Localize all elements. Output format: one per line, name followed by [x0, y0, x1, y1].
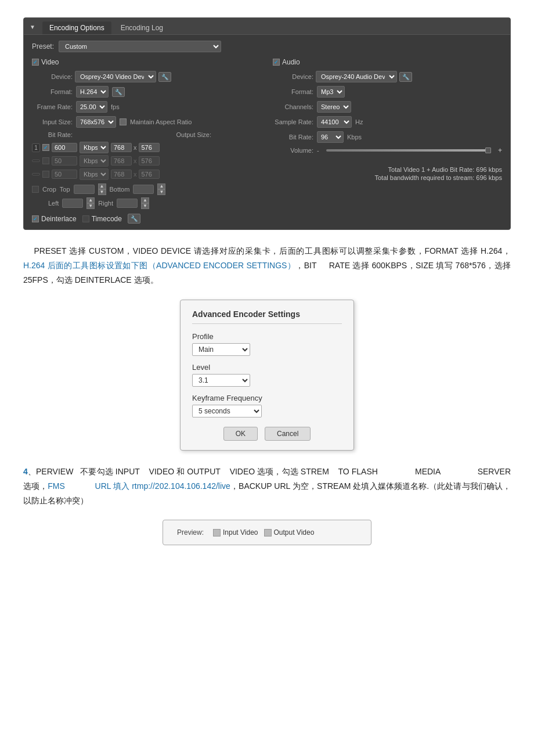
audio-bit-rate-label: Bit Rate: [273, 134, 313, 141]
crop-checkbox[interactable] [32, 186, 39, 193]
preset-row: Preset: Custom [32, 41, 502, 52]
crop-bottom-spinner[interactable]: ▲ ▼ [157, 183, 165, 195]
crop-row: Crop Top ▲ ▼ Bottom ▲ ▼ [32, 183, 261, 195]
video-device-select[interactable]: Osprey-240 Video Device 1 [75, 71, 156, 82]
input-size-select[interactable]: 768x576 [76, 116, 116, 128]
video-format-select[interactable]: H.264 [76, 86, 109, 98]
audio-checkbox[interactable]: ✓ [273, 59, 280, 66]
timecode-checkbox[interactable] [82, 215, 89, 222]
audio-channels-select[interactable]: Stereo [317, 101, 351, 113]
volume-slider-thumb[interactable] [485, 147, 491, 153]
tab-encoding-options[interactable]: Encoding Options [42, 21, 111, 34]
step4-number: 4 [23, 467, 28, 476]
video-title: Video [41, 58, 59, 66]
maintain-aspect-checkbox[interactable] [120, 118, 127, 125]
crop-right-spinner[interactable]: ▲ ▼ [141, 197, 149, 209]
crop-bottom-down[interactable]: ▼ [157, 189, 165, 195]
bitrate-rows: 1 ✓ Kbps x [32, 142, 261, 180]
audio-sample-rate-row: Sample Rate: 44100 Hz [273, 116, 502, 128]
tab-encoding-log[interactable]: Encoding Log [114, 21, 170, 34]
bitrate-val-2 [52, 156, 77, 165]
crop-left-label: Left [48, 200, 59, 207]
crop-top-up[interactable]: ▲ [98, 183, 106, 189]
input-video-option[interactable]: Input Video [213, 528, 258, 537]
output-w-1[interactable] [111, 143, 132, 152]
input-size-row: Input Size: 768x576 Maintain Aspect Rati… [32, 116, 261, 128]
output-h-1[interactable] [139, 143, 160, 152]
total-info-line2: Total bandwidth required to stream: 696 … [273, 174, 502, 181]
crop-left-input[interactable] [62, 199, 83, 208]
input-video-label: Input Video [223, 528, 258, 537]
level-label: Level [192, 363, 342, 372]
crop-left-spinner[interactable]: ▲ ▼ [86, 197, 95, 209]
audio-device-tool-icon[interactable]: 🔧 [399, 72, 412, 82]
audio-header: ✓ Audio [273, 58, 502, 66]
crop-top-spinner[interactable]: ▲ ▼ [98, 183, 106, 195]
ok-button[interactable]: OK [223, 427, 258, 441]
crop-bottom-input[interactable] [133, 185, 154, 194]
crop-right-up[interactable]: ▲ [141, 197, 149, 203]
bitrate-check-1[interactable]: ✓ [42, 144, 49, 151]
input-video-checkbox[interactable] [213, 529, 221, 537]
preset-select[interactable]: Custom [59, 41, 221, 52]
deinterlace-checkbox[interactable]: ✓ [32, 215, 39, 222]
audio-checkbox-label[interactable]: ✓ Audio [273, 58, 300, 66]
audio-device-select[interactable]: Osprey-240 Audio Device 1 [316, 71, 397, 82]
total-info-line1: Total Video 1 + Audio Bit Rate: 696 kbps [273, 166, 502, 173]
video-checkbox-label[interactable]: ✓ Video [32, 58, 59, 66]
output-video-checkbox[interactable] [264, 529, 272, 537]
bitrate-val-1[interactable] [52, 143, 77, 152]
cancel-button[interactable]: Cancel [265, 427, 311, 441]
crop-left-up[interactable]: ▲ [86, 197, 95, 203]
crop-bottom-up[interactable]: ▲ [157, 183, 165, 189]
encoding-panel: ▼ Encoding Options Encoding Log Preset: … [23, 17, 511, 230]
audio-bit-rate-select[interactable]: 96 [317, 131, 344, 143]
audio-volume-row: Volume: - + [273, 146, 502, 154]
deinterlace-checkbox-label[interactable]: ✓ Deinterlace [32, 215, 77, 223]
video-header: ✓ Video [32, 58, 261, 66]
video-section: ✓ Video Device: Osprey-240 Video Device … [32, 58, 261, 224]
timecode-checkbox-label[interactable]: Timecode [82, 215, 122, 223]
video-checkbox[interactable]: ✓ [32, 59, 39, 66]
output-video-option[interactable]: Output Video [264, 528, 315, 537]
bitrate-row-3: Kbps x [32, 168, 261, 180]
crop-label: Crop [42, 186, 56, 193]
video-device-row: Device: Osprey-240 Video Device 1 🔧 [32, 71, 261, 82]
crop-top-input[interactable] [74, 185, 95, 194]
total-info-area: Total Video 1 + Audio Bit Rate: 696 kbps… [273, 166, 502, 181]
audio-sample-rate-select[interactable]: 44100 [317, 116, 352, 128]
frame-rate-select[interactable]: 25.00 [76, 101, 107, 113]
keyframe-select[interactable]: 5 seconds [192, 405, 262, 417]
preview-panel: Preview: Input Video Output Video [163, 520, 371, 545]
audio-channels-label: Channels: [273, 103, 313, 110]
volume-slider-track [326, 149, 491, 152]
keyframe-field: Keyframe Frequency 5 seconds [192, 394, 342, 417]
crop-right-down[interactable]: ▼ [141, 203, 149, 209]
level-select[interactable]: 3.1 [192, 374, 250, 387]
audio-bit-rate-row: Bit Rate: 96 Kbps [273, 131, 502, 143]
bitrate-check-3[interactable] [42, 171, 49, 178]
timecode-tool-icon[interactable]: 🔧 [128, 214, 140, 224]
crop-top-down[interactable]: ▼ [98, 189, 106, 195]
bitrate-check-2[interactable] [42, 157, 49, 164]
profile-label: Profile [192, 332, 342, 341]
bitrate-unit-1[interactable]: Kbps [80, 142, 109, 153]
preview-label: Preview: [177, 528, 204, 537]
step4-text: 4、PERVIEW 不要勾选 INPUT VIDEO 和 OUTPUT VIDE… [23, 465, 511, 509]
output-h-2 [139, 156, 160, 165]
profile-select[interactable]: Main [192, 343, 250, 356]
video-device-tool-icon[interactable]: 🔧 [158, 72, 171, 82]
two-col: ✓ Video Device: Osprey-240 Video Device … [32, 58, 502, 224]
crop-right-input[interactable] [117, 199, 138, 208]
video-format-label: Format: [32, 88, 73, 95]
crop-bottom-label: Bottom [110, 186, 130, 193]
audio-sample-rate-unit: Hz [355, 118, 363, 125]
audio-format-select[interactable]: Mp3 [317, 86, 345, 98]
audio-section: ✓ Audio Device: Osprey-240 Audio Device … [273, 58, 502, 224]
preset-label: Preset: [32, 42, 54, 51]
video-device-label: Device: [32, 73, 73, 80]
video-format-tool-icon[interactable]: 🔧 [112, 87, 125, 97]
crop-left-down[interactable]: ▼ [86, 203, 95, 209]
output-size-col-label: Output Size: [176, 131, 211, 138]
volume-plus: + [498, 146, 502, 154]
